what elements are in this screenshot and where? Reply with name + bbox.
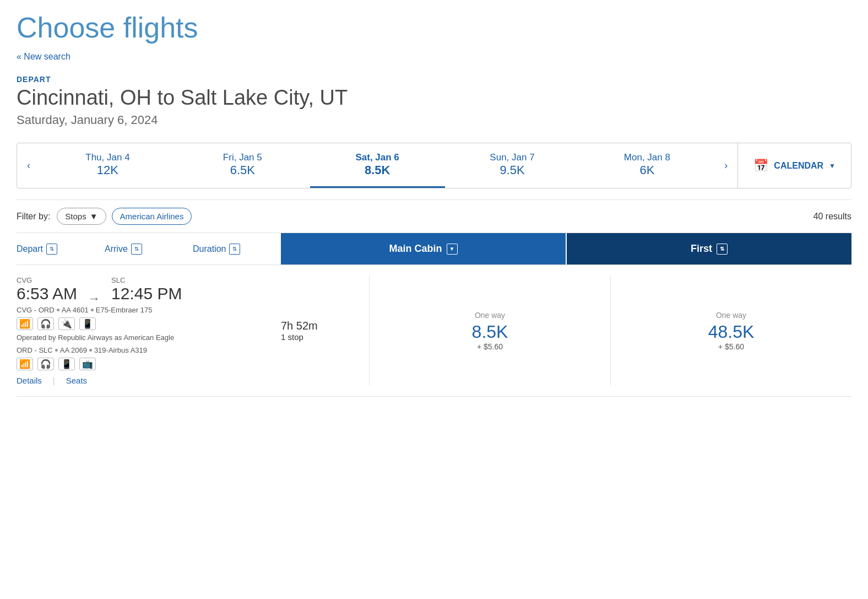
date-price-1: 6.5K — [181, 163, 305, 177]
dot2 — [91, 309, 94, 311]
date-label-0: Thu, Jan 4 — [46, 152, 170, 163]
next-date-btn[interactable]: › — [714, 150, 737, 181]
calendar-icon: 📅 — [753, 159, 768, 173]
seg1-amenity-2: 🔌 — [58, 317, 75, 330]
first-col-header[interactable]: First ⇅ — [567, 233, 851, 265]
seg2-amenity-0: 📶 — [17, 358, 33, 370]
first-price-label-0: One way — [716, 311, 746, 320]
duration-col-label: Duration — [193, 244, 226, 254]
first-price-0[interactable]: One way 48.5K + $5.60 — [610, 276, 851, 385]
main-cabin-points-0: 8.5K — [472, 322, 508, 342]
main-cabin-cash-0: + $5.60 — [477, 342, 503, 351]
seg1-aircraft: E75-Embraer 175 — [96, 306, 153, 314]
stops-filter-btn[interactable]: Stops ▼ — [57, 208, 106, 225]
calendar-button[interactable]: 📅 CALENDAR ▼ — [737, 143, 851, 188]
date-selector-dates: ‹ Thu, Jan 4 12KFri, Jan 5 6.5KSat, Jan … — [17, 143, 737, 188]
date-price-4: 6K — [585, 163, 709, 177]
seg1-amenity-1: 🎧 — [37, 317, 54, 330]
flight-links-0: Details | Seats — [17, 376, 270, 385]
date-label-3: Sun, Jan 7 — [451, 152, 574, 163]
seats-link-0[interactable]: Seats — [66, 376, 87, 385]
seg2-aircraft: 319-Airbus A319 — [94, 346, 147, 354]
duration-sort-icon[interactable]: ⇅ — [229, 244, 240, 255]
date-selector: ‹ Thu, Jan 4 12KFri, Jan 5 6.5KSat, Jan … — [17, 143, 851, 188]
seg2-amenity-3: 📺 — [79, 358, 96, 370]
details-link-0[interactable]: Details — [17, 376, 42, 385]
calendar-dropdown-arrow: ▼ — [829, 162, 836, 170]
main-cabin-label: Main Cabin — [389, 243, 442, 255]
seg1-route: CVG - ORD — [17, 306, 55, 314]
segment2-details-0: ORD - SLC AA 2069 319-Airbus A319 📶🎧📱📺 — [17, 346, 270, 370]
duration-col-header[interactable]: Duration ⇅ — [193, 233, 281, 265]
seg1-flight: AA 4601 — [62, 306, 89, 314]
seg2-amenity-2: 📱 — [58, 358, 75, 370]
filter-bar: Filter by: Stops ▼ American Airlines 40 … — [17, 199, 851, 233]
date-price-3: 9.5K — [451, 163, 574, 177]
airline-label: American Airlines — [120, 212, 184, 221]
date-price-0: 12K — [46, 163, 170, 177]
duration-text-0: 7h 52m — [281, 320, 369, 332]
dot1 — [57, 309, 59, 311]
airline-filter-btn[interactable]: American Airlines — [112, 208, 192, 225]
dot4 — [89, 349, 92, 352]
dot3 — [55, 349, 58, 352]
arrive-time-0: 12:45 PM — [111, 284, 182, 303]
flight-duration-0: 7h 52m 1 stop — [281, 276, 369, 385]
seg2-flight: AA 2069 — [60, 346, 87, 354]
arrive-sort-icon[interactable]: ⇅ — [131, 244, 142, 255]
link-divider: | — [53, 376, 55, 385]
date-item-2[interactable]: Sat, Jan 6 8.5K — [310, 143, 445, 188]
seg2-line: ORD - SLC AA 2069 319-Airbus A319 — [17, 346, 270, 354]
flight-row-0: CVG 6:53 AM → SLC 12:45 PM CVG - ORD AA … — [17, 265, 851, 397]
first-cash-0: + $5.60 — [718, 342, 744, 351]
stops-dropdown-arrow: ▼ — [90, 212, 98, 221]
depart-label: DEPART — [17, 75, 851, 84]
date-item-3[interactable]: Sun, Jan 7 9.5K — [445, 143, 580, 188]
flight-list: CVG 6:53 AM → SLC 12:45 PM CVG - ORD AA … — [17, 265, 851, 397]
main-cabin-price-label-0: One way — [475, 311, 505, 320]
date-item-0[interactable]: Thu, Jan 4 12K — [40, 143, 175, 188]
arrive-airport-0: SLC — [111, 276, 182, 284]
date-item-4[interactable]: Mon, Jan 8 6K — [579, 143, 714, 188]
date-label-1: Fri, Jan 5 — [181, 152, 305, 163]
calendar-label: CALENDAR — [774, 161, 823, 171]
depart-col-label: Depart — [17, 244, 43, 254]
seg2-amenities: 📶🎧📱📺 — [17, 358, 270, 370]
first-points-0: 48.5K — [708, 322, 755, 342]
depart-sort-icon[interactable]: ⇅ — [46, 244, 57, 255]
arrive-col-label: Arrive — [105, 244, 128, 254]
date-item-1[interactable]: Fri, Jan 5 6.5K — [175, 143, 310, 188]
arrive-info-0: SLC 12:45 PM — [111, 276, 182, 303]
main-cabin-dropdown-icon[interactable]: ▼ — [447, 244, 458, 255]
main-cabin-col-header[interactable]: Main Cabin ▼ — [281, 233, 567, 265]
new-search-link[interactable]: « New search — [17, 52, 851, 62]
depart-airport-0: CVG — [17, 276, 77, 284]
date-label-2: Sat, Jan 6 — [316, 152, 440, 163]
first-sort-icon[interactable]: ⇅ — [717, 244, 728, 255]
route-title: Cincinnati, OH to Salt Lake City, UT — [17, 86, 851, 110]
date-items: Thu, Jan 4 12KFri, Jan 5 6.5KSat, Jan 6 … — [40, 143, 714, 188]
seg1-amenity-0: 📶 — [17, 317, 33, 330]
segment1-details-0: CVG - ORD AA 4601 E75-Embraer 175 — [17, 306, 270, 314]
first-label: First — [691, 243, 712, 255]
depart-col-header[interactable]: Depart ⇅ — [17, 233, 105, 265]
seg1-amenity-3: 📱 — [79, 317, 96, 330]
column-headers: Depart ⇅ Arrive ⇅ Duration ⇅ Main Cabin … — [17, 233, 851, 265]
seg1-amenities: 📶🎧🔌📱 — [17, 317, 270, 330]
stops-text-0: 1 stop — [281, 332, 369, 342]
date-subtitle: Saturday, January 6, 2024 — [17, 113, 851, 127]
depart-time-0: 6:53 AM — [17, 284, 77, 303]
seg2-amenity-1: 🎧 — [37, 358, 54, 370]
main-cabin-price-0[interactable]: One way 8.5K + $5.60 — [369, 276, 610, 385]
stops-label: Stops — [65, 212, 86, 221]
arrow-0: → — [88, 276, 100, 306]
filter-by-label: Filter by: — [17, 212, 50, 222]
arrive-col-header[interactable]: Arrive ⇅ — [105, 233, 193, 265]
depart-info-0: CVG 6:53 AM — [17, 276, 77, 303]
page-title: Choose flights — [17, 11, 851, 44]
results-count: 40 results — [813, 212, 851, 222]
date-price-2: 8.5K — [316, 163, 440, 177]
prev-date-btn[interactable]: ‹ — [17, 150, 40, 181]
seg2-route: ORD - SLC — [17, 346, 53, 354]
operated-by-0: Operated by Republic Airways as American… — [17, 333, 270, 342]
